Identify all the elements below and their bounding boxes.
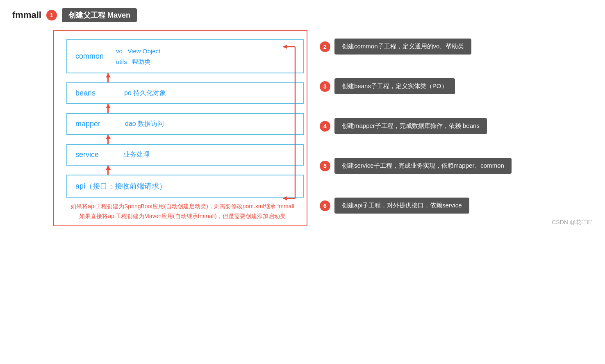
main-container: fmmall 1 创建父工程 Maven common vo View Obje… (0, 0, 605, 234)
app-title: fmmall (12, 10, 41, 20)
step1-label: 创建父工程 Maven (62, 8, 137, 22)
step5-desc: 创建service子工程，完成业务实现，依赖mapper、common (334, 158, 512, 174)
module-mapper: mapper dao 数据访问 (66, 113, 304, 135)
module-beans-desc: po 持久化对象 (124, 89, 166, 98)
step-row-5: 5 创建service子工程，完成业务实现，依赖mapper、common (320, 158, 512, 174)
module-common: common vo View Objectutils 帮助类 (66, 39, 304, 73)
svg-marker-4 (283, 196, 287, 200)
module-mapper-title: mapper (75, 120, 100, 128)
diagram-wrapper: common vo View Objectutils 帮助类 beans (37, 30, 593, 226)
step3-desc: 创建beans子工程，定义实体类（PO） (334, 78, 455, 94)
watermark: CSDN @花吖吖 (552, 219, 593, 226)
step4-desc: 创建mapper子工程，完成数据库操作，依赖 beans (334, 118, 487, 134)
outer-box: common vo View Objectutils 帮助类 beans (53, 30, 307, 226)
module-mapper-desc: dao 数据访问 (125, 120, 164, 128)
step-row-3: 3 创建beans子工程，定义实体类（PO） (320, 78, 512, 94)
module-beans: beans po 持久化对象 (66, 82, 304, 104)
bottom-note: 如果将api工程创建为SpringBoot应用(自动创建启动类)，则需要修改po… (66, 202, 298, 221)
module-api-title: api（接口：接收前端请求） (75, 181, 166, 191)
step1-badge: 1 (46, 10, 57, 20)
step2-desc: 创建common子工程，定义通用的vo、帮助类 (334, 39, 471, 55)
bottom-note-line2: 如果直接将api工程创建为Maven应用(自动继承fmmall)，但是需要创建添… (79, 213, 285, 219)
module-service-desc: 业务处理 (123, 150, 150, 159)
step5-badge: 5 (320, 161, 330, 171)
step6-desc: 创建api子工程，对外提供接口，依赖service (334, 198, 469, 214)
module-service-title: service (75, 150, 99, 159)
svg-marker-3 (283, 45, 287, 49)
connector-svg (283, 43, 307, 227)
step-row-2: 2 创建common子工程，定义通用的vo、帮助类 (320, 39, 512, 55)
module-common-desc: vo View Objectutils 帮助类 (116, 46, 160, 67)
module-beans-title: beans (75, 89, 96, 98)
step-row-6: 6 创建api子工程，对外提供接口，依赖service (320, 198, 512, 214)
module-common-title: common (75, 52, 104, 61)
bottom-note-line1: 如果将api工程创建为SpringBoot应用(自动创建启动类)，则需要修改po… (71, 203, 294, 209)
right-steps: 2 创建common子工程，定义通用的vo、帮助类 3 创建beans子工程，定… (307, 30, 512, 225)
step2-badge: 2 (320, 41, 330, 52)
module-api: api（接口：接收前端请求） (66, 175, 304, 198)
step-row-4: 4 创建mapper子工程，完成数据库操作，依赖 beans (320, 118, 512, 134)
step4-badge: 4 (320, 121, 330, 132)
step3-badge: 3 (320, 81, 330, 92)
header-row: fmmall 1 创建父工程 Maven (12, 8, 593, 22)
modules-column: common vo View Objectutils 帮助类 beans (66, 39, 304, 198)
step6-badge: 6 (320, 200, 330, 211)
module-service: service 业务处理 (66, 144, 304, 166)
